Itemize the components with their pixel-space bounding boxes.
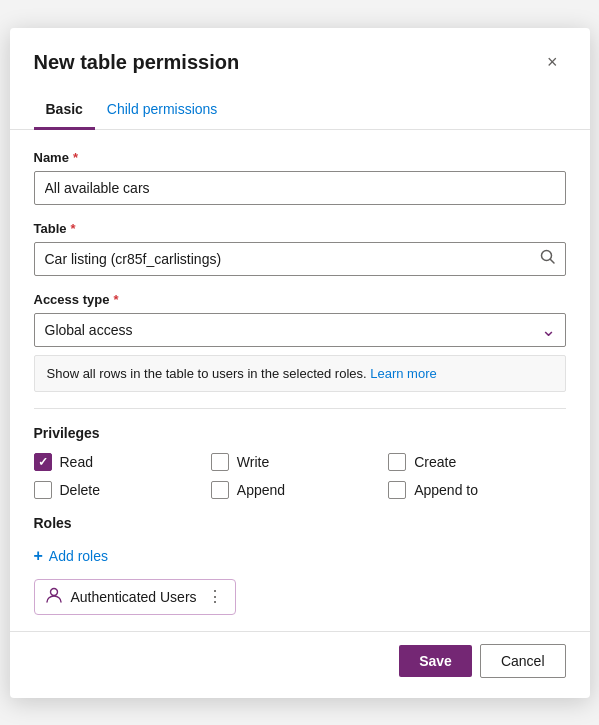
- append-to-label: Append to: [414, 482, 478, 498]
- access-type-info: Show all rows in the table to users in t…: [34, 355, 566, 392]
- tab-basic[interactable]: Basic: [34, 93, 95, 130]
- privilege-append-to: Append to: [388, 481, 565, 499]
- role-name: Authenticated Users: [71, 589, 197, 605]
- dialog-footer: Save Cancel: [10, 631, 590, 698]
- table-input[interactable]: [34, 242, 566, 276]
- add-roles-label: Add roles: [49, 548, 108, 564]
- privilege-read: Read: [34, 453, 211, 471]
- table-required: *: [71, 221, 76, 236]
- add-roles-button[interactable]: + Add roles: [34, 543, 109, 569]
- svg-line-1: [550, 259, 554, 263]
- privileges-label: Privileges: [34, 425, 566, 441]
- read-label: Read: [60, 454, 93, 470]
- access-type-select[interactable]: Global access: [34, 313, 566, 347]
- dialog-header: New table permission ×: [10, 28, 590, 77]
- new-table-permission-dialog: New table permission × Basic Child permi…: [10, 28, 590, 698]
- privilege-create: Create: [388, 453, 565, 471]
- tab-child-permissions[interactable]: Child permissions: [95, 93, 229, 130]
- delete-checkbox[interactable]: [34, 481, 52, 499]
- access-type-required: *: [113, 292, 118, 307]
- table-field-group: Table *: [34, 221, 566, 276]
- access-type-label: Access type *: [34, 292, 566, 307]
- name-field-group: Name *: [34, 150, 566, 205]
- name-input[interactable]: [34, 171, 566, 205]
- delete-label: Delete: [60, 482, 100, 498]
- cancel-button[interactable]: Cancel: [480, 644, 566, 678]
- create-checkbox[interactable]: [388, 453, 406, 471]
- roles-section: Roles + Add roles Authenticated Users ⋮: [34, 515, 566, 615]
- access-type-field-group: Access type * Global access ⌄ Show all r…: [34, 292, 566, 392]
- plus-icon: +: [34, 547, 43, 565]
- svg-point-2: [50, 588, 57, 595]
- privilege-append: Append: [211, 481, 388, 499]
- create-label: Create: [414, 454, 456, 470]
- save-button[interactable]: Save: [399, 645, 472, 677]
- write-label: Write: [237, 454, 269, 470]
- table-search-icon[interactable]: [538, 247, 558, 271]
- privilege-write: Write: [211, 453, 388, 471]
- write-checkbox[interactable]: [211, 453, 229, 471]
- name-required: *: [73, 150, 78, 165]
- table-label: Table *: [34, 221, 566, 236]
- append-label: Append: [237, 482, 285, 498]
- dialog-body: Name * Table * Access: [10, 130, 590, 631]
- table-input-wrap: [34, 242, 566, 276]
- roles-label: Roles: [34, 515, 566, 531]
- access-type-select-wrap: Global access ⌄: [34, 313, 566, 347]
- dialog-title: New table permission: [34, 51, 240, 74]
- role-menu-button[interactable]: ⋮: [205, 587, 225, 606]
- append-checkbox[interactable]: [211, 481, 229, 499]
- learn-more-link[interactable]: Learn more: [370, 366, 436, 381]
- role-tag-authenticated-users: Authenticated Users ⋮: [34, 579, 236, 615]
- read-checkbox[interactable]: [34, 453, 52, 471]
- role-user-icon: [45, 586, 63, 608]
- name-label: Name *: [34, 150, 566, 165]
- close-button[interactable]: ×: [539, 48, 566, 77]
- privilege-delete: Delete: [34, 481, 211, 499]
- append-to-checkbox[interactable]: [388, 481, 406, 499]
- privileges-grid: Read Write Create Delete Append Append: [34, 453, 566, 499]
- tabs-bar: Basic Child permissions: [10, 77, 590, 130]
- divider: [34, 408, 566, 409]
